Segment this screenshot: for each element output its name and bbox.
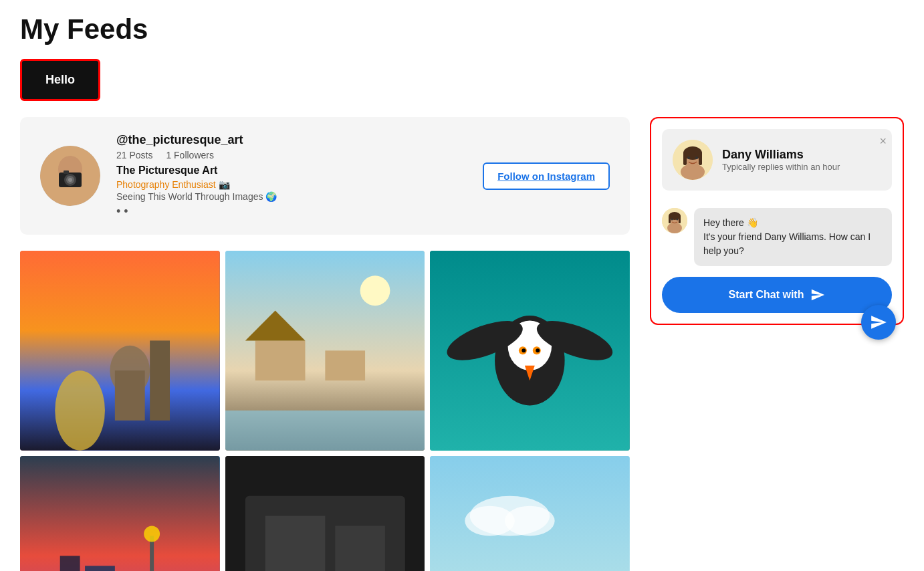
left-column: @the_picturesque_art 21 Posts 1 Follower… (20, 117, 630, 571)
photo-cell-4[interactable] (20, 456, 220, 571)
message-greeting: Hey there 👋 (703, 216, 883, 230)
agent-name: Dany Williams (722, 148, 840, 162)
chat-panel: × (650, 117, 904, 325)
svg-point-52 (695, 156, 698, 159)
svg-rect-30 (20, 456, 220, 571)
svg-point-44 (505, 505, 555, 536)
profile-name: The Picturesque Art (116, 164, 467, 177)
photo-grid (20, 251, 630, 571)
svg-rect-57 (669, 215, 671, 223)
svg-rect-13 (150, 340, 170, 420)
followers-count: 1 Followers (166, 150, 214, 160)
photo-cell-1[interactable] (20, 251, 220, 451)
svg-point-29 (536, 348, 540, 352)
close-button[interactable]: × (879, 134, 887, 148)
posts-count: 21 Posts (116, 150, 152, 160)
page-title: My Feeds (20, 13, 904, 45)
profile-tagline: Seeing This World Through Images 🌍 (116, 191, 467, 202)
chat-bubble-row: Hey there 👋 It's your friend Dany Willia… (662, 208, 892, 266)
svg-point-47 (681, 164, 705, 180)
svg-point-10 (55, 370, 105, 450)
svg-rect-58 (679, 215, 681, 223)
photo-cell-5[interactable] (225, 456, 425, 571)
arrow-decoration (107, 79, 575, 80)
photo-cell-6[interactable] (430, 456, 630, 571)
hello-button[interactable]: Hello (20, 59, 100, 101)
profile-stats: 21 Posts 1 Followers (116, 150, 467, 160)
profile-dots: • • (116, 205, 467, 219)
profile-bio: Photography Enthusiast 📷 (116, 179, 467, 190)
profile-info: @the_picturesque_art 21 Posts 1 Follower… (116, 133, 467, 219)
chat-agent-card: Dany Williams Typically replies within a… (662, 129, 892, 191)
agent-avatar (673, 140, 713, 180)
photo-cell-2[interactable] (225, 251, 425, 451)
agent-status: Typically replies within an hour (722, 162, 840, 172)
svg-rect-32 (60, 556, 80, 571)
agent-header: Dany Williams Typically replies within a… (673, 140, 881, 180)
svg-point-35 (144, 526, 160, 542)
svg-rect-17 (325, 350, 365, 380)
svg-point-59 (671, 219, 673, 221)
follow-instagram-button[interactable]: Follow on Instagram (483, 162, 610, 190)
svg-point-7 (68, 178, 72, 182)
send-icon (810, 288, 825, 302)
svg-rect-8 (64, 170, 69, 174)
main-layout: @the_picturesque_art 21 Posts 1 Follower… (20, 117, 904, 571)
svg-point-51 (687, 156, 690, 159)
svg-point-55 (667, 223, 682, 233)
svg-rect-15 (255, 340, 305, 380)
bubble-avatar (662, 208, 687, 233)
svg-rect-38 (265, 516, 325, 571)
svg-rect-33 (85, 566, 115, 571)
start-chat-button[interactable]: Start Chat with (662, 277, 892, 313)
svg-rect-18 (225, 411, 425, 451)
start-chat-label: Start Chat with (729, 289, 804, 301)
message-body: It's your friend Dany Williams. How can … (703, 230, 883, 258)
profile-avatar (40, 146, 100, 206)
chat-messages: Hey there 👋 It's your friend Dany Willia… (662, 201, 892, 277)
fab-send-icon (870, 314, 887, 331)
svg-point-28 (522, 348, 526, 352)
svg-point-60 (677, 219, 679, 221)
svg-point-19 (360, 275, 390, 306)
chat-bubble-text: Hey there 👋 It's your friend Dany Willia… (694, 208, 892, 266)
svg-rect-39 (335, 526, 385, 571)
photo-cell-3[interactable] (430, 251, 630, 451)
chat-fab-button[interactable] (861, 305, 896, 340)
svg-rect-50 (699, 152, 702, 165)
svg-rect-49 (683, 152, 687, 165)
profile-card: @the_picturesque_art 21 Posts 1 Follower… (20, 117, 630, 235)
svg-line-1 (114, 79, 568, 80)
profile-handle: @the_picturesque_art (116, 133, 467, 147)
hello-section: Hello (20, 59, 904, 101)
agent-info: Dany Williams Typically replies within a… (722, 148, 840, 172)
svg-rect-12 (115, 370, 145, 421)
